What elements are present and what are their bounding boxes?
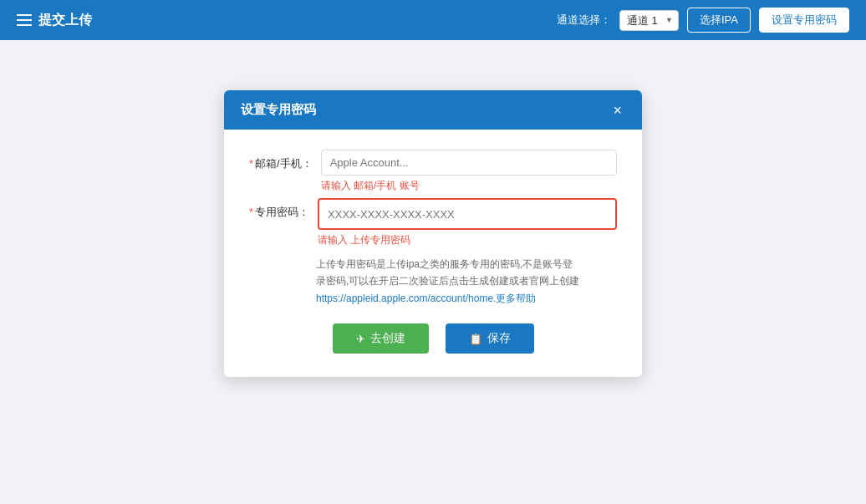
navbar-title: 提交上传: [38, 12, 92, 29]
create-label: 去创建: [370, 331, 405, 346]
dialog-close-button[interactable]: ×: [609, 103, 625, 118]
main-content: 设置专用密码 × *邮箱/手机： 请输入 邮箱/手机 账号 *专用密码：: [0, 40, 866, 504]
email-field-wrapper: 请输入 邮箱/手机 账号: [321, 150, 617, 193]
hamburger-icon[interactable]: [17, 14, 32, 26]
dialog-title: 设置专用密码: [241, 102, 316, 118]
email-required: *: [249, 157, 253, 170]
channel-label: 通道选择：: [557, 13, 611, 28]
password-input-wrapper: [318, 198, 617, 230]
dialog: 设置专用密码 × *邮箱/手机： 请输入 邮箱/手机 账号 *专用密码：: [224, 90, 642, 377]
info-link[interactable]: https://appleid.apple.com/account/home.更…: [316, 293, 536, 304]
email-hint: 请输入 邮箱/手机 账号: [321, 179, 617, 193]
info-line2: 录密码,可以在开启二次验证后点击生成创建或者官网上创建: [316, 275, 579, 287]
save-icon: 📋: [469, 333, 482, 345]
email-row: *邮箱/手机： 请输入 邮箱/手机 账号: [249, 150, 617, 193]
dialog-footer: ✈ 去创建 📋 保存: [249, 323, 617, 354]
dialog-header: 设置专用密码 ×: [224, 90, 642, 130]
password-section: *专用密码： 请输入 上传专用密码: [249, 198, 617, 247]
save-label: 保存: [487, 331, 511, 346]
channel-select[interactable]: 通道 1 通道 2 通道 3: [619, 10, 679, 31]
email-input[interactable]: [321, 150, 617, 176]
select-ipa-button[interactable]: 选择IPA: [687, 8, 751, 33]
password-input[interactable]: [328, 208, 607, 221]
email-label: *邮箱/手机：: [249, 150, 321, 171]
navbar-left: 提交上传: [17, 12, 92, 29]
navbar-right: 通道选择： 通道 1 通道 2 通道 3 选择IPA 设置专用密码: [557, 8, 849, 33]
create-button[interactable]: ✈ 去创建: [333, 323, 429, 354]
set-password-button[interactable]: 设置专用密码: [759, 8, 849, 33]
password-label: *专用密码：: [249, 198, 318, 220]
create-icon: ✈: [356, 333, 365, 345]
password-required: *: [249, 206, 253, 218]
info-line1: 上传专用密码是上传ipa之类的服务专用的密码,不是账号登: [316, 258, 573, 270]
channel-select-wrapper: 通道 1 通道 2 通道 3: [619, 10, 679, 31]
password-hint: 请输入 上传专用密码: [318, 233, 617, 247]
dialog-body: *邮箱/手机： 请输入 邮箱/手机 账号 *专用密码： 请输入 上传专用密码: [224, 130, 642, 377]
info-text: 上传专用密码是上传ipa之类的服务专用的密码,不是账号登 录密码,可以在开启二次…: [316, 256, 617, 307]
save-button[interactable]: 📋 保存: [446, 323, 534, 354]
password-field-wrapper: 请输入 上传专用密码: [318, 198, 617, 247]
navbar: 提交上传 通道选择： 通道 1 通道 2 通道 3 选择IPA 设置专用密码: [0, 0, 866, 40]
